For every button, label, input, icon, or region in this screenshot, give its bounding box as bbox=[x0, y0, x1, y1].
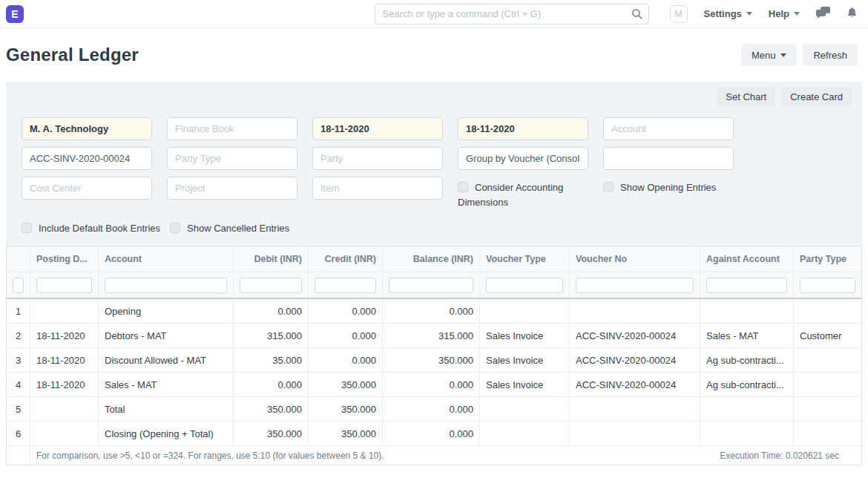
column-filter-input[interactable] bbox=[706, 278, 787, 293]
column-filter-input[interactable] bbox=[389, 278, 473, 293]
cell-against-account[interactable]: Sales - MAT bbox=[700, 324, 794, 347]
column-filter-input[interactable] bbox=[13, 278, 24, 293]
row-number[interactable]: 2 bbox=[7, 324, 30, 347]
column-header-against-account[interactable]: Against Account bbox=[700, 246, 794, 272]
chat-icon[interactable] bbox=[816, 7, 830, 22]
column-filter-input[interactable] bbox=[36, 278, 92, 293]
cell-account[interactable]: Total bbox=[99, 397, 234, 421]
help-menu[interactable]: Help bbox=[769, 8, 800, 19]
checkbox-show-cancelled-entries[interactable]: Show Cancelled Entries bbox=[170, 223, 289, 234]
cell-against-account[interactable]: Ag sub-contracti... bbox=[700, 373, 794, 396]
cell-account[interactable]: Opening bbox=[99, 299, 234, 323]
cell-voucher-no[interactable]: ACC-SINV-2020-00024 bbox=[570, 348, 700, 372]
cell-voucher-type[interactable]: Sales Invoice bbox=[480, 324, 570, 347]
cell-posting-date[interactable] bbox=[30, 397, 99, 421]
cell-party-type[interactable] bbox=[794, 422, 861, 445]
cell-voucher-type[interactable] bbox=[480, 299, 570, 323]
cell-voucher-type[interactable] bbox=[480, 397, 570, 421]
cell-against-account[interactable]: Ag sub-contracti... bbox=[700, 348, 794, 372]
filter-project-input[interactable] bbox=[167, 177, 297, 200]
search-input[interactable] bbox=[375, 4, 649, 24]
checkbox-icon[interactable] bbox=[458, 182, 468, 192]
app-logo[interactable]: E bbox=[6, 5, 24, 23]
cell-party-type[interactable] bbox=[794, 348, 861, 372]
column-filter-input[interactable] bbox=[486, 278, 563, 293]
cell-voucher-no[interactable]: ACC-SINV-2020-00024 bbox=[570, 324, 700, 347]
checkbox-icon[interactable] bbox=[22, 223, 32, 233]
column-header-voucher-no[interactable]: Voucher No bbox=[570, 246, 700, 272]
row-number[interactable]: 3 bbox=[7, 348, 30, 372]
filter-voucher-no-input[interactable] bbox=[22, 147, 152, 170]
cell-account[interactable]: Closing (Opening + Total) bbox=[99, 422, 234, 445]
column-header-debit[interactable]: Debit (INR) bbox=[234, 246, 309, 272]
row-number[interactable]: 4 bbox=[7, 373, 30, 396]
cell-credit[interactable]: 350.000 bbox=[309, 397, 383, 421]
cell-credit[interactable]: 0.000 bbox=[309, 324, 383, 347]
cell-balance[interactable]: 0.000 bbox=[383, 299, 480, 323]
filter-account-input[interactable] bbox=[603, 117, 734, 140]
checkbox-show-opening-entries[interactable]: Show Opening Entries bbox=[603, 177, 734, 210]
cell-party-type[interactable] bbox=[794, 373, 861, 396]
cell-account[interactable]: Debtors - MAT bbox=[99, 324, 234, 347]
column-header-balance[interactable]: Balance (INR) bbox=[383, 246, 480, 272]
filter-finance-book-input[interactable] bbox=[167, 117, 297, 140]
cell-posting-date[interactable] bbox=[30, 299, 99, 323]
column-header-party-type[interactable]: Party Type bbox=[794, 246, 861, 272]
cell-debit[interactable]: 350.000 bbox=[234, 422, 309, 445]
cell-voucher-no[interactable] bbox=[570, 397, 700, 421]
filter-to-date-input[interactable] bbox=[458, 117, 588, 140]
cell-credit[interactable]: 0.000 bbox=[309, 299, 383, 323]
cell-debit[interactable]: 315.000 bbox=[234, 324, 309, 347]
cell-against-account[interactable] bbox=[700, 397, 794, 421]
filter-company-input[interactable] bbox=[22, 117, 152, 140]
cell-debit[interactable]: 35.000 bbox=[234, 348, 309, 372]
bell-icon[interactable] bbox=[846, 7, 858, 22]
cell-credit[interactable]: 0.000 bbox=[309, 348, 383, 372]
cell-voucher-no[interactable] bbox=[570, 299, 700, 323]
column-filter-input[interactable] bbox=[240, 278, 302, 293]
filter-party-input[interactable] bbox=[312, 147, 443, 170]
column-filter-input[interactable] bbox=[576, 278, 694, 293]
cell-against-account[interactable] bbox=[700, 299, 794, 323]
row-number[interactable]: 1 bbox=[7, 299, 30, 323]
column-header-credit[interactable]: Credit (INR) bbox=[309, 246, 383, 272]
create-card-button[interactable]: Create Card bbox=[781, 88, 852, 106]
cell-voucher-type[interactable] bbox=[480, 422, 570, 445]
cell-debit[interactable]: 350.000 bbox=[234, 397, 309, 421]
refresh-button[interactable]: Refresh bbox=[803, 44, 858, 66]
cell-voucher-no[interactable] bbox=[570, 422, 700, 445]
cell-balance[interactable]: 0.000 bbox=[383, 397, 480, 421]
filter-item-input[interactable] bbox=[312, 177, 443, 200]
cell-account[interactable]: Discount Allowed - MAT bbox=[99, 348, 234, 372]
search-icon[interactable] bbox=[631, 8, 643, 23]
cell-account[interactable]: Sales - MAT bbox=[99, 373, 234, 396]
column-header-voucher-type[interactable]: Voucher Type bbox=[480, 246, 570, 272]
cell-posting-date[interactable]: 18-11-2020 bbox=[30, 324, 99, 347]
checkbox-include-default-book-entries[interactable]: Include Default Book Entries bbox=[22, 223, 160, 234]
filter-blank-input[interactable] bbox=[603, 147, 734, 170]
column-header-rownum[interactable] bbox=[7, 246, 30, 272]
cell-credit[interactable]: 350.000 bbox=[309, 422, 383, 445]
cell-posting-date[interactable]: 18-11-2020 bbox=[30, 348, 99, 372]
filter-from-date-input[interactable] bbox=[312, 117, 443, 140]
column-header-account[interactable]: Account bbox=[99, 246, 234, 272]
filter-cost-center-input[interactable] bbox=[22, 177, 152, 200]
filter-party-type-input[interactable] bbox=[167, 147, 297, 170]
row-number[interactable]: 5 bbox=[7, 397, 30, 421]
settings-menu[interactable]: Settings bbox=[704, 8, 752, 19]
checkbox-icon[interactable] bbox=[603, 182, 614, 192]
checkbox-icon[interactable] bbox=[170, 223, 180, 233]
user-avatar[interactable]: M bbox=[670, 5, 688, 23]
cell-balance[interactable]: 350.000 bbox=[383, 348, 480, 372]
cell-balance[interactable]: 0.000 bbox=[383, 422, 480, 445]
row-number[interactable]: 6 bbox=[7, 422, 30, 445]
column-filter-input[interactable] bbox=[800, 278, 855, 293]
set-chart-button[interactable]: Set Chart bbox=[717, 88, 775, 106]
cell-credit[interactable]: 350.000 bbox=[309, 373, 383, 396]
cell-balance[interactable]: 0.000 bbox=[383, 373, 480, 396]
cell-voucher-no[interactable]: ACC-SINV-2020-00024 bbox=[570, 373, 700, 396]
cell-posting-date[interactable] bbox=[30, 422, 99, 445]
cell-debit[interactable]: 0.000 bbox=[234, 299, 309, 323]
cell-party-type[interactable] bbox=[794, 397, 861, 421]
cell-voucher-type[interactable]: Sales Invoice bbox=[480, 373, 570, 396]
